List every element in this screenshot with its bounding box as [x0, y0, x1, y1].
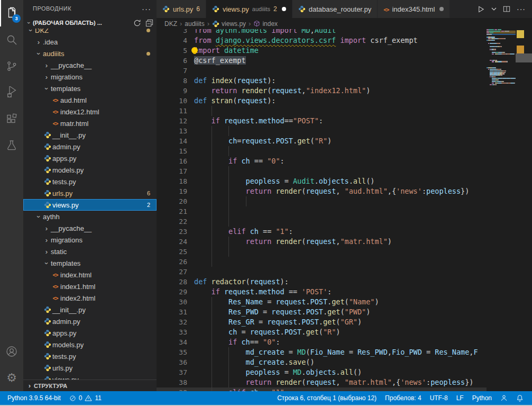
- code-line-27[interactable]: 27: [157, 267, 487, 277]
- tree-item-DKZ[interactable]: ›DKZ: [23, 29, 157, 36]
- source-control-icon[interactable]: [0, 53, 23, 79]
- tree-item-migrations[interactable]: ›migrations: [23, 234, 157, 246]
- code-line-36[interactable]: 36 md_create.save(): [157, 357, 487, 367]
- code-line-3[interactable]: 3from aythh.models import MD,Audit: [157, 29, 487, 35]
- code-line-23[interactable]: 23 elif ch == "1":: [157, 227, 487, 237]
- code-line-28[interactable]: 28def redactor(request):: [157, 277, 487, 287]
- tree-item-.idea[interactable]: ›.idea: [23, 36, 157, 48]
- tree-item-__pycache__[interactable]: ›__pycache__: [23, 59, 157, 71]
- modified-dot-icon[interactable]: [439, 7, 444, 11]
- explorer-icon[interactable]: 3: [0, 0, 23, 26]
- tab-urls.py[interactable]: urls.py6: [157, 0, 206, 18]
- code-line-14[interactable]: 14 ch=request.POST.get("R"): [157, 136, 487, 146]
- code-line-34[interactable]: 34 if ch== "0":: [157, 337, 487, 347]
- tree-item-__init__.py[interactable]: __init__.py: [23, 304, 157, 315]
- code-line-9[interactable]: 9 return render(request,"index12.html"): [157, 86, 487, 96]
- tab-database_roouter.py[interactable]: database_roouter.py: [292, 0, 378, 18]
- explorer-more-icon[interactable]: ···: [142, 4, 151, 13]
- tree-item-aud.html[interactable]: <>aud.html: [23, 94, 157, 106]
- breadcrumb-item-DKZ[interactable]: DKZ: [164, 20, 177, 28]
- language-mode[interactable]: Python: [468, 391, 496, 405]
- notifications-icon[interactable]: [512, 391, 528, 405]
- search-icon[interactable]: [0, 26, 23, 53]
- tree-item-audiiits[interactable]: ›audiiits: [23, 48, 157, 59]
- tree-item-__pycache__[interactable]: ›__pycache__: [23, 222, 157, 234]
- tree-item-index12.html[interactable]: <>index12.html: [23, 106, 157, 118]
- tree-item-aythh[interactable]: ›aythh: [23, 211, 157, 222]
- code-line-20[interactable]: 20: [157, 196, 487, 206]
- code-line-30[interactable]: 30 Res_Name = request.POST.get("Name"): [157, 297, 487, 307]
- code-line-13[interactable]: 13: [157, 126, 487, 136]
- tab-index345.html[interactable]: <>index345.html: [378, 0, 450, 18]
- collapse-all-icon[interactable]: [145, 19, 153, 27]
- breadcrumb-item-views.py[interactable]: views.py: [212, 20, 246, 28]
- workspace-section-header[interactable]: › (РАБОЧАЯ ОБЛАСТЬ) ...: [23, 17, 157, 29]
- extensions-icon[interactable]: [0, 106, 23, 132]
- tree-item-admin.py[interactable]: admin.py: [23, 315, 157, 327]
- code-line-5[interactable]: 5import datetime: [157, 46, 487, 56]
- minimap[interactable]: [487, 29, 516, 391]
- code-line-6[interactable]: 6@csrf_exempt: [157, 56, 487, 66]
- code-line-25[interactable]: 25: [157, 247, 487, 257]
- code-line-29[interactable]: 29 if request.method == 'POST':: [157, 287, 487, 297]
- tree-item-tests.py[interactable]: tests.py: [23, 176, 157, 187]
- run-and-debug-icon[interactable]: [0, 79, 23, 106]
- code-line-18[interactable]: 18 peopless = Audit.objects.all(): [157, 176, 487, 186]
- outline-section-header[interactable]: › СТРУКТУРА: [23, 380, 157, 391]
- tree-item-static[interactable]: ›static: [23, 246, 157, 257]
- code-line-32[interactable]: 32 Res_GR = request.POST.get("GR"): [157, 317, 487, 327]
- code-line-7[interactable]: 7: [157, 66, 487, 76]
- refresh-icon[interactable]: [133, 19, 141, 27]
- indentation[interactable]: Пробелов: 4: [381, 391, 426, 405]
- feedback-icon[interactable]: [496, 391, 512, 405]
- code-line-8[interactable]: 8def index(request):: [157, 76, 487, 86]
- tree-item-migrations[interactable]: ›migrations: [23, 71, 157, 83]
- testing-icon[interactable]: [0, 132, 23, 159]
- code-line-26[interactable]: 26: [157, 257, 487, 267]
- run-dropdown[interactable]: [491, 7, 497, 11]
- run-button[interactable]: [477, 5, 485, 13]
- code-line-15[interactable]: 15: [157, 146, 487, 156]
- tree-item-templates[interactable]: ›templates: [23, 257, 157, 269]
- code-editor[interactable]: 3from aythh.models import MD,Audit4from …: [157, 29, 487, 391]
- tree-item-matr.html[interactable]: <>matr.html: [23, 118, 157, 129]
- code-line-24[interactable]: 24 return render(request,"matr.html"): [157, 237, 487, 247]
- tree-item-urls.py[interactable]: urls.py6: [23, 187, 157, 199]
- tree-item-admin.py[interactable]: admin.py: [23, 141, 157, 152]
- tab-views.py[interactable]: views.pyaudiiits2: [206, 0, 292, 18]
- scrollbar-thumb[interactable]: [516, 53, 532, 62]
- code-line-37[interactable]: 37 peopless = MD.objects.all(): [157, 367, 487, 377]
- tree-item-apps.py[interactable]: apps.py: [23, 327, 157, 339]
- code-line-12[interactable]: 12 if request.method=="POST":: [157, 116, 487, 126]
- lightbulb-icon[interactable]: [191, 47, 198, 53]
- tree-item-templates[interactable]: ›templates: [23, 83, 157, 94]
- code-line-4[interactable]: 4from django.views.decorators.csrf impor…: [157, 35, 487, 46]
- code-line-22[interactable]: 22: [157, 216, 487, 227]
- more-actions-button[interactable]: ···: [517, 5, 526, 13]
- tree-item-models.py[interactable]: models.py: [23, 339, 157, 350]
- tree-item-index.html[interactable]: <>index.html: [23, 269, 157, 281]
- problems[interactable]: 011: [65, 391, 106, 405]
- code-line-35[interactable]: 35 md_create = MD(Fio_Name = Res_PWD,Fio…: [157, 347, 487, 357]
- code-line-38[interactable]: 38 return render(request, "matr.html",{'…: [157, 377, 487, 387]
- breadcrumb-item-index[interactable]: index: [253, 20, 278, 28]
- code-line-11[interactable]: 11: [157, 106, 487, 116]
- tree-item-index1.html[interactable]: <>index1.html: [23, 281, 157, 292]
- tree-item-tests.py[interactable]: tests.py: [23, 350, 157, 362]
- settings-icon[interactable]: ⚙: [0, 365, 23, 391]
- code-line-10[interactable]: 10def stran(request):: [157, 96, 487, 106]
- encoding[interactable]: UTF-8: [426, 391, 452, 405]
- eol[interactable]: LF: [452, 391, 468, 405]
- tree-item-views.py[interactable]: views.py: [23, 374, 157, 380]
- tree-item-views.py[interactable]: views.py2: [23, 199, 157, 211]
- code-line-33[interactable]: 33 ch = request.POST.get("R"): [157, 327, 487, 337]
- tree-item-urls.py[interactable]: urls.py: [23, 362, 157, 374]
- tree-item-index2.html[interactable]: <>index2.html: [23, 292, 157, 304]
- tree-item-__init__.py[interactable]: __init__.py: [23, 129, 157, 141]
- code-line-21[interactable]: 21: [157, 206, 487, 216]
- tree-item-models.py[interactable]: models.py: [23, 164, 157, 176]
- breadcrumb-item-audiiits[interactable]: audiiits: [185, 20, 204, 28]
- tree-item-apps.py[interactable]: apps.py: [23, 152, 157, 164]
- python-interpreter[interactable]: Python 3.9.5 64-bit: [3, 391, 65, 405]
- code-line-16[interactable]: 16 if ch == "0":: [157, 156, 487, 166]
